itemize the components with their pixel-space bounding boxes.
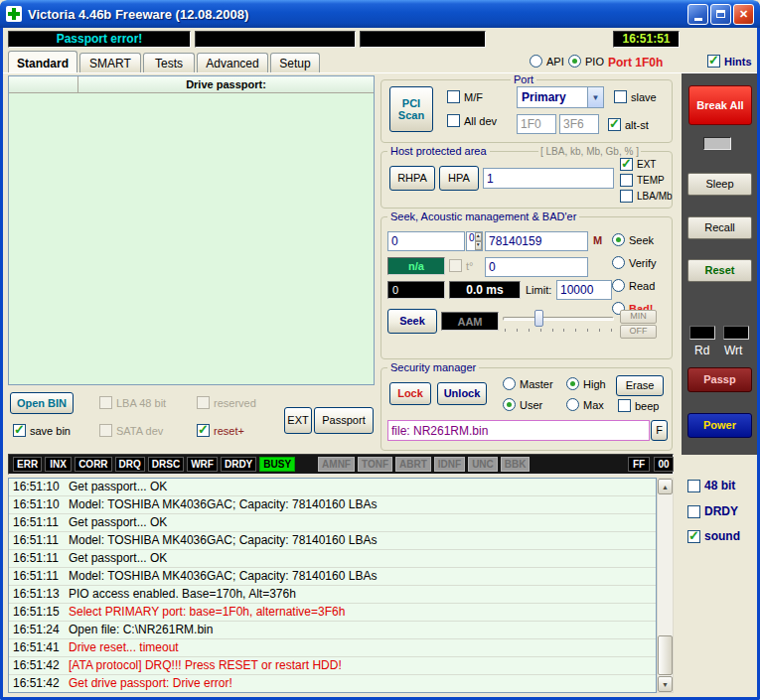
checkbox-box (608, 118, 621, 131)
save-bin-label: save bin (30, 425, 71, 437)
indicator-unc: UNC (468, 457, 498, 472)
beep-checkbox[interactable]: beep (618, 399, 659, 412)
lba48-checkbox[interactable]: LBA 48 bit (99, 396, 166, 409)
log-scrollbar[interactable]: ▲ ▼ (657, 478, 674, 693)
spin-down-icon[interactable]: ▼ (475, 241, 482, 250)
user-radio[interactable]: User (503, 398, 542, 411)
temp-value-input[interactable] (485, 257, 588, 277)
port-select[interactable]: Primary ▼ (517, 86, 604, 108)
alt-port-input[interactable] (559, 114, 599, 134)
passp-button[interactable]: Passp (687, 367, 752, 392)
port-group-title: Port (511, 73, 536, 85)
lock-button[interactable]: Lock (389, 382, 431, 405)
bit48-checkbox[interactable]: 48 bit (687, 479, 735, 492)
tab-tests[interactable]: Tests (143, 53, 195, 72)
log-text: Get passport... OK (69, 550, 167, 567)
slider-thumb[interactable] (534, 310, 543, 327)
break-all-button[interactable]: Break All (688, 85, 752, 125)
lba-mb-checkbox[interactable]: LBA/Mb (620, 190, 673, 203)
start-lba-input[interactable] (387, 231, 465, 251)
close-button[interactable]: ✕ (733, 4, 754, 25)
log-time: 16:51:10 (9, 496, 69, 513)
temp-check-checkbox[interactable]: t° (449, 259, 473, 272)
log-row: 16:51:42[ATA protocol] DRQ!!! Press RESE… (9, 657, 656, 675)
checkbox-box (447, 114, 460, 127)
port-address-label: Port 1F0h (608, 56, 663, 70)
file-button[interactable]: F (651, 420, 668, 441)
radio-circle (503, 377, 516, 390)
passport-button[interactable]: Passport (314, 407, 374, 434)
erase-button[interactable]: Erase (616, 375, 664, 396)
scroll-up-button[interactable]: ▲ (658, 479, 673, 494)
reset-button[interactable]: Reset (687, 259, 752, 282)
end-lba-input[interactable] (485, 231, 588, 251)
spin-up-icon[interactable]: ▲ (475, 232, 482, 241)
spin-control[interactable]: 0 ▲▼ (466, 231, 483, 251)
hints-checkbox[interactable]: Hints (707, 55, 752, 68)
drdy-checkbox[interactable]: DRDY (687, 504, 738, 518)
file-input[interactable] (387, 420, 650, 441)
alt-st-checkbox[interactable]: alt-st (608, 118, 649, 131)
base-port-input[interactable] (517, 114, 556, 134)
hints-label: Hints (724, 56, 752, 68)
scroll-thumb[interactable] (658, 635, 673, 675)
max-radio[interactable]: Max (566, 398, 604, 411)
high-radio[interactable]: High (566, 377, 606, 390)
sound-label: sound (704, 529, 740, 543)
limit-input[interactable] (556, 280, 612, 300)
recall-button[interactable]: Recall (687, 216, 752, 239)
off-button[interactable]: OFF (620, 325, 657, 339)
rhpa-button[interactable]: RHPA (389, 166, 435, 191)
checkbox-box (197, 424, 210, 437)
hpa-button[interactable]: HPA (439, 166, 479, 191)
m-unit-label: M (593, 234, 602, 246)
checkbox-box (687, 530, 700, 543)
mf-checkbox[interactable]: M/F (447, 90, 483, 103)
passport-header-title: Drive passport: (78, 76, 374, 92)
sound-checkbox[interactable]: sound (687, 529, 740, 543)
minimize-icon (694, 18, 702, 21)
all-dev-checkbox[interactable]: All dev (447, 114, 497, 127)
slave-checkbox[interactable]: slave (614, 90, 657, 103)
reserved-checkbox[interactable]: reserved (197, 396, 256, 409)
scroll-down-button[interactable]: ▼ (658, 676, 673, 692)
log-text: Select PRIMARY port: base=1F0h, alternat… (69, 604, 345, 621)
tab-advanced[interactable]: Advanced (197, 53, 268, 72)
status-indicator-row: ERRINXCORRDRQDRSCWRFDRDYBUSYAMNFTONFABRT… (8, 454, 674, 475)
radio-circle (568, 55, 581, 68)
power-button[interactable]: Power (687, 413, 752, 438)
hpa-value-input[interactable] (483, 168, 614, 189)
ext-button[interactable]: EXT (284, 407, 312, 434)
titlebar[interactable]: Victoria 4.46b Freeware (12.08.2008) ✕ (0, 0, 760, 28)
pio-radio[interactable]: PIO (568, 55, 604, 68)
maximize-button[interactable] (710, 4, 731, 25)
pci-scan-button[interactable]: PCI Scan (389, 86, 433, 132)
tab-smart[interactable]: SMART (79, 53, 141, 72)
api-radio[interactable]: API (530, 55, 564, 68)
tab-standard[interactable]: Standard (8, 51, 77, 72)
hpa-ext-checkbox[interactable]: EXT (620, 158, 656, 171)
slider-track[interactable] (503, 317, 614, 321)
temp-checkbox[interactable]: TEMP (620, 174, 665, 187)
aam-slider[interactable] (503, 309, 614, 333)
seek-group: Seek, Acoustic management & BAD'er 0 ▲▼ … (380, 216, 673, 359)
verify-mode-radio[interactable]: Verify (612, 256, 657, 269)
save-bin-checkbox[interactable]: save bin (13, 424, 71, 437)
sata-dev-checkbox[interactable]: SATA dev (99, 424, 163, 437)
reset-plus-checkbox[interactable]: reset+ (197, 424, 244, 437)
unlock-button[interactable]: Unlock (437, 382, 487, 405)
seek-button[interactable]: Seek (387, 309, 437, 334)
sleep-button[interactable]: Sleep (687, 173, 752, 196)
radio-circle (612, 256, 625, 269)
open-bin-button[interactable]: Open BIN (10, 392, 74, 414)
master-radio[interactable]: Master (503, 377, 553, 390)
minimize-button[interactable] (687, 4, 708, 25)
min-button[interactable]: MIN (620, 310, 657, 324)
status-message-panel: Passport error! (8, 31, 191, 48)
dropdown-arrow-icon[interactable]: ▼ (587, 87, 603, 107)
tab-setup[interactable]: Setup (270, 53, 320, 72)
log-row: 16:51:42Get drive passport: Drive error! (9, 675, 656, 693)
seek-mode-radio[interactable]: Seek (612, 233, 654, 246)
log-time: 16:51:15 (9, 604, 69, 621)
read-mode-radio[interactable]: Read (612, 279, 655, 292)
